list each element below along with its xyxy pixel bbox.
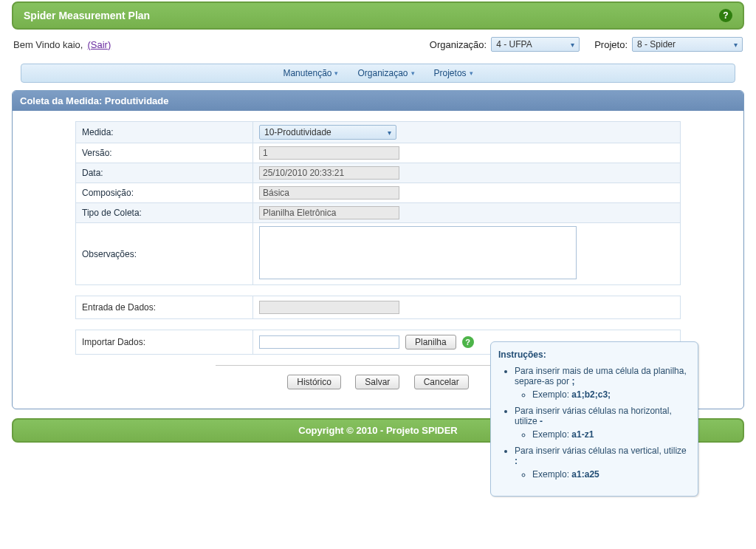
tooltip-text: Para inserir várias células na horizonta… (515, 406, 672, 426)
instructions-tooltip: Instruções: Para inserir mais de uma cél… (490, 341, 698, 444)
chevron-down-icon: ▾ (571, 41, 574, 49)
org-select-value: 4 - UFPA (496, 39, 532, 50)
panel-title: Coleta da Medida: Produtividade (13, 91, 743, 111)
obs-textarea[interactable] (259, 226, 577, 279)
medida-value: 10-Produtividade (264, 127, 331, 137)
chevron-down-icon: ▾ (411, 69, 415, 77)
data-label: Data: (76, 163, 253, 183)
tipo-field (259, 206, 399, 219)
welcome-text: Bem Vindo kaio, (13, 39, 83, 50)
menu-projetos[interactable]: Projetos ▾ (434, 68, 473, 78)
menu-organizacao[interactable]: Organizaçao ▾ (357, 68, 414, 78)
composicao-field (259, 186, 399, 200)
chevron-down-icon: ▾ (388, 129, 391, 137)
tooltip-bold: ; (571, 376, 574, 386)
tooltip-text: Para inserir mais de uma célula da plani… (515, 366, 687, 386)
planilha-button[interactable]: Planilha (405, 335, 456, 349)
tooltip-text: Exemplo: (532, 389, 571, 400)
menu-label: Manutenção (283, 68, 331, 78)
medida-select[interactable]: 10-Produtividade ▾ (259, 125, 396, 140)
form-table: Medida: 10-Produtividade ▾ Versão: Data:… (75, 121, 681, 285)
cancelar-button[interactable]: Cancelar (414, 375, 469, 389)
tooltip-bold: - (540, 416, 543, 426)
entrada-field (259, 301, 399, 314)
logout-link[interactable]: (Sair) (87, 39, 111, 50)
importar-input[interactable] (259, 335, 399, 349)
entrada-table: Entrada de Dados: (75, 296, 681, 319)
menu-label: Organizaçao (357, 68, 408, 78)
org-select[interactable]: 4 - UFPA ▾ (491, 37, 580, 52)
chevron-down-icon: ▾ (470, 69, 473, 77)
versao-label: Versão: (76, 143, 253, 163)
tooltip-item: Para inserir mais de uma célula da plani… (515, 366, 690, 400)
org-label: Organização: (430, 39, 487, 50)
proj-select[interactable]: 8 - Spider ▾ (632, 37, 743, 52)
help-icon[interactable]: ? (719, 9, 732, 22)
entrada-label: Entrada de Dados: (76, 296, 253, 319)
medida-label: Medida: (76, 122, 253, 143)
welcome-row: Bem Vindo kaio, (Sair) Organização: 4 - … (12, 30, 744, 56)
obs-label: Observações: (76, 223, 253, 285)
tooltip-item: Para inserir várias células na horizonta… (515, 406, 690, 440)
historico-button[interactable]: Histórico (287, 375, 341, 389)
proj-label: Projeto: (594, 39, 628, 50)
tooltip-bold: a1-z1 (571, 429, 594, 440)
importar-label: Importar Dados: (76, 330, 253, 355)
menu-label: Projetos (434, 68, 467, 78)
versao-field (259, 146, 399, 160)
data-field (259, 166, 399, 180)
tooltip-text: Exemplo: (532, 429, 571, 440)
app-header: Spider Measurement Plan ? (12, 1, 744, 30)
salvar-button[interactable]: Salvar (355, 375, 399, 389)
chevron-down-icon: ▾ (734, 41, 738, 49)
chevron-down-icon: ▾ (334, 69, 338, 77)
menu-manutencao[interactable]: Manutenção ▾ (283, 68, 338, 78)
tipo-label: Tipo de Coleta: (76, 203, 253, 223)
proj-select-value: 8 - Spider (637, 39, 676, 50)
tooltip-title: Instruções: (498, 349, 546, 360)
composicao-label: Composição: (76, 183, 253, 203)
tooltip-bold: a1;b2;c3; (571, 389, 611, 400)
help-icon[interactable]: ? (462, 336, 474, 348)
menu-bar: Manutenção ▾ Organizaçao ▾ Projetos ▾ (21, 64, 735, 83)
app-title: Spider Measurement Plan (24, 10, 150, 21)
